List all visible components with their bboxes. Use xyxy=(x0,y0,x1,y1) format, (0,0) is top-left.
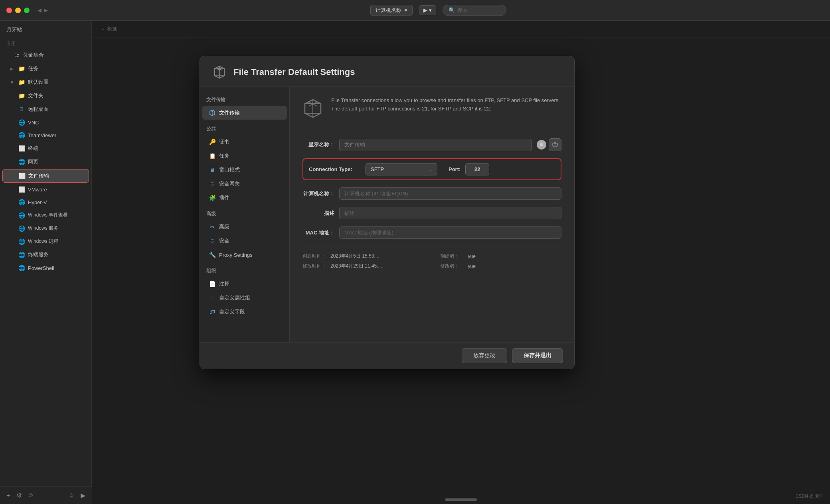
sidebar-item-remote-desktop[interactable]: 🖥 远程桌面 xyxy=(2,103,89,116)
notes-icon: 📄 xyxy=(209,280,216,287)
terminal-icon: ⬜ xyxy=(18,145,25,152)
sidebar-item-folder[interactable]: 📁 文件夹 xyxy=(2,89,89,102)
dialog-footer: 放弃更改 保存并退出 xyxy=(200,342,574,369)
icon-toggle-btn[interactable] xyxy=(537,140,546,150)
nav-item-plugin[interactable]: 🧩 插件 xyxy=(202,191,287,205)
minimize-button[interactable] xyxy=(15,8,21,13)
display-name-input[interactable] xyxy=(339,139,532,151)
nav-item-label: 注释 xyxy=(219,280,229,287)
nav-item-label: 高级 xyxy=(219,223,229,230)
sidebar-item-webpage[interactable]: 🌐 网页 xyxy=(2,156,89,168)
sidebar-item-teamviewer[interactable]: 🌐 TeamViewer xyxy=(2,129,89,141)
advanced-icon: ✂ xyxy=(209,223,216,230)
display-name-row: 显示名称： xyxy=(302,138,561,151)
sidebar-item-defaults[interactable]: ▼ 📁 默认设置 xyxy=(2,76,89,89)
chevron-down-icon: ▾ xyxy=(405,7,407,13)
nav-item-advanced[interactable]: ✂ 高级 xyxy=(202,220,287,234)
sidebar-item-win-event[interactable]: 🌐 Windows 事件查看 xyxy=(2,209,89,221)
sidebar-item-tasks[interactable]: ▶ 📁 任务 xyxy=(2,62,89,75)
nav-item-proxy-settings[interactable]: 🔧 Proxy Settings xyxy=(202,248,287,262)
sidebar-item-label: TeamViewer xyxy=(28,132,56,138)
add-button[interactable]: + xyxy=(5,490,12,501)
connection-type-select[interactable]: SFTP ⌄ xyxy=(366,163,437,175)
win-service-icon: 🌐 xyxy=(18,225,25,232)
sidebar-item-vmware[interactable]: ⬜ VMware xyxy=(2,183,89,195)
nav-item-window-mode[interactable]: 🖥 窗口模式 xyxy=(202,163,287,177)
sidebar-item-win-process[interactable]: 🌐 Windows 进程 xyxy=(2,235,89,248)
nav-section-advanced: 高级 xyxy=(200,205,289,220)
mac-input[interactable] xyxy=(339,226,561,239)
sidebar-item-vnc[interactable]: 🌐 VNC xyxy=(2,116,89,128)
toggle-icon: ▶ xyxy=(9,65,15,72)
search-bar[interactable]: 🔍 搜索 xyxy=(443,5,506,16)
teamviewer-icon: 🌐 xyxy=(18,132,25,138)
sidebar-item-label: 文件夹 xyxy=(28,92,43,99)
watermark: CSDN @ 复沣 xyxy=(796,493,824,499)
titlebar: ◀ ▶ 计算机名称 ▾ ▶ ▾ 🔍 搜索 xyxy=(0,0,830,21)
dialog-header: File Transfer Default Settings xyxy=(200,56,574,87)
nav-item-file-transfer[interactable]: 文件传输 xyxy=(202,106,287,120)
nav-item-label: 证书 xyxy=(219,138,229,146)
modifier-value: yue xyxy=(468,264,476,269)
modified-time-row: 修改时间： 2023年4月29日 11:45:... xyxy=(302,263,424,270)
close-button[interactable] xyxy=(6,8,12,13)
hostname-input[interactable] xyxy=(339,187,561,200)
sidebar-item-label: Windows 服务 xyxy=(28,225,58,232)
webpage-icon: 🌐 xyxy=(18,159,25,165)
hyper-v-icon: 🌐 xyxy=(18,199,25,205)
nav-item-label: 自定义字段 xyxy=(219,308,245,315)
sidebar-item-label: PowerShell xyxy=(28,265,54,271)
computer-name-dropdown[interactable]: 计算机名称 ▾ xyxy=(370,5,413,16)
sidebar-item-label: 终端 xyxy=(28,145,38,152)
port-label: Port: xyxy=(449,166,460,172)
nav-section-file-transfer: 文件传输 xyxy=(200,91,289,106)
proxy-settings-icon: 🔧 xyxy=(209,251,216,258)
sidebar-bottom-bar: + ⚙ ⑩ ☆ ▶ xyxy=(0,486,92,504)
nav-item-cert[interactable]: 🔑 证书 xyxy=(202,135,287,149)
sidebar-item-hyper-v[interactable]: 🌐 Hyper-V xyxy=(2,196,89,208)
creator-value: yue xyxy=(468,254,476,259)
nav-item-task[interactable]: 📋 任务 xyxy=(202,149,287,163)
star-button[interactable]: ☆ xyxy=(67,490,76,501)
sidebar-item-label: VMware xyxy=(28,187,47,193)
vmware-icon: ⬜ xyxy=(18,186,25,193)
search-placeholder: 搜索 xyxy=(457,7,468,14)
sidebar-item-terminal[interactable]: ⬜ 终端 xyxy=(2,142,89,155)
nav-item-custom-field[interactable]: 🏷 自定义字段 xyxy=(202,305,287,319)
nav-item-security[interactable]: 🛡 安全 xyxy=(202,234,287,248)
maximize-button[interactable] xyxy=(24,8,30,13)
sidebar: 月牙站 应用 🗂 凭证集合 ▶ 📁 任务 ▼ 📁 默认设置 📁 文件夹 🖥 远程… xyxy=(0,21,92,504)
nav-item-custom-attr-group[interactable]: ≡ 自定义属性组 xyxy=(202,291,287,305)
play-button[interactable]: ▶ ▾ xyxy=(419,5,436,15)
nav-item-label: Proxy Settings xyxy=(219,252,253,258)
nav-item-notes[interactable]: 📄 注释 xyxy=(202,277,287,291)
nav-item-security-gateway[interactable]: 🛡 安全网关 xyxy=(202,177,287,191)
remote-desktop-icon: 🖥 xyxy=(18,106,25,112)
settings-button[interactable]: ⚙ xyxy=(15,490,24,501)
port-value[interactable]: 22 xyxy=(465,163,489,175)
nav-item-label: 安全网关 xyxy=(219,180,240,187)
sidebar-item-file-transfer[interactable]: ⬜ 文件传输 xyxy=(2,169,89,183)
connection-type-value: SFTP xyxy=(371,166,384,172)
play-sidebar-button[interactable]: ▶ xyxy=(79,490,87,501)
dialog-body: 文件传输 文件传输 公共 🔑 证 xyxy=(200,87,574,342)
sidebar-item-label: Windows 进程 xyxy=(28,238,58,245)
nav-back-forward: ◀ ▶ xyxy=(38,7,48,13)
connection-type-label: Connection Type: xyxy=(309,166,361,172)
description-input[interactable] xyxy=(339,207,561,219)
cancel-button[interactable]: 放弃更改 xyxy=(462,348,507,363)
sidebar-item-powershell[interactable]: 🌐 PowerShell xyxy=(2,262,89,274)
sidebar-item-terminal-svc[interactable]: 🌐 终端服务 xyxy=(2,248,89,261)
hostname-label: 计算机名称： xyxy=(302,190,334,197)
save-button[interactable]: 保存并退出 xyxy=(512,348,563,363)
number-button[interactable]: ⑩ xyxy=(27,491,35,500)
icon-picker-btn[interactable] xyxy=(549,138,561,151)
scrollbar[interactable] xyxy=(445,498,477,501)
sidebar-section-app: 应用 xyxy=(0,37,91,48)
desc-icon xyxy=(302,96,323,119)
sidebar-item-credentials[interactable]: 🗂 凭证集合 xyxy=(2,49,89,61)
sidebar-item-win-service[interactable]: 🌐 Windows 服务 xyxy=(2,222,89,234)
nav-item-label: 安全 xyxy=(219,237,229,244)
sidebar-item-label: 凭证集合 xyxy=(23,51,44,59)
titlebar-center: 计算机名称 ▾ ▶ ▾ 🔍 搜索 xyxy=(53,5,824,16)
